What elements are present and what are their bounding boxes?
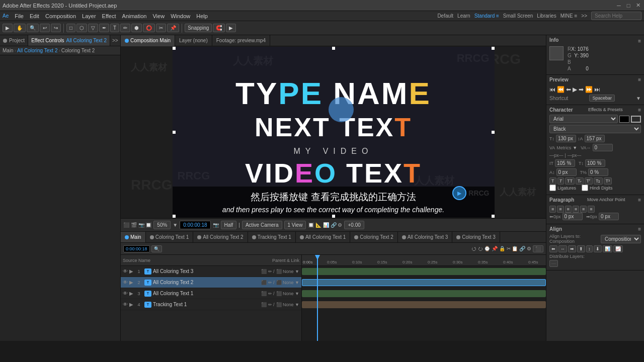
snapping-icon[interactable]: 🧲: [213, 24, 225, 32]
hscale-input[interactable]: [555, 159, 575, 167]
track-bar-4[interactable]: [302, 301, 546, 308]
tool-rotate[interactable]: ↩: [40, 24, 50, 32]
ligatures-check[interactable]: [549, 185, 556, 191]
playhead-handle[interactable]: [315, 255, 320, 260]
bc-main[interactable]: Main: [3, 48, 14, 53]
tl-tab-act1[interactable]: All Coloring Text 1: [296, 232, 350, 243]
tl-tab-act3[interactable]: All Coloring Text 3: [398, 232, 452, 243]
layer-row-1[interactable]: 👁 ▶ 1 T All Coloring Text 3 ⬛ ✏ / ⬛ None…: [121, 266, 301, 277]
prev-first[interactable]: ⏮: [549, 86, 555, 93]
layer-vis-2[interactable]: 👁: [123, 280, 128, 285]
snapping-toggle[interactable]: Snapping: [185, 24, 212, 32]
workspace-standard[interactable]: Standard ≡: [474, 13, 499, 19]
align-right[interactable]: ≡: [565, 206, 572, 213]
align-center[interactable]: ≡: [557, 206, 564, 213]
quality-display[interactable]: Half: [221, 221, 237, 229]
tl-frame-input[interactable]: ⬛: [533, 245, 543, 252]
prev-next-frame[interactable]: ➡: [579, 86, 584, 93]
view-icons[interactable]: 🔲 📐 📊 🔗 ⚙: [308, 222, 342, 228]
layer-vis-1[interactable]: 👁: [123, 268, 128, 274]
font-select[interactable]: Arial: [549, 115, 618, 123]
menu-edit[interactable]: Edit: [30, 13, 39, 19]
preview-icon[interactable]: ▶: [226, 24, 236, 32]
preview-menu[interactable]: ≡: [638, 77, 641, 84]
leading-input[interactable]: [585, 135, 605, 142]
effects-tab[interactable]: Effects & Presets: [588, 107, 623, 115]
layer-vis-4[interactable]: 👁: [123, 302, 128, 307]
menu-file[interactable]: File: [15, 13, 24, 19]
tool-pen[interactable]: ✋: [14, 24, 26, 32]
tl-tab-tt1[interactable]: Tracking Text 1: [248, 232, 296, 243]
vscale-input[interactable]: [585, 159, 605, 167]
tab-project[interactable]: Project: [0, 35, 28, 46]
style-select[interactable]: Black: [549, 125, 641, 133]
char-menu[interactable]: ≡: [638, 107, 641, 115]
tool-text[interactable]: T: [110, 24, 119, 32]
layer-name-2[interactable]: All Coloring Text 2: [153, 280, 260, 285]
layer-expand-2[interactable]: ▶: [129, 280, 133, 285]
camera-display[interactable]: Active Camera: [242, 221, 282, 229]
prev-back[interactable]: ⏪: [557, 86, 565, 93]
menu-layer[interactable]: Layer: [82, 13, 96, 19]
timecode-display[interactable]: 0:00:00:18: [180, 221, 210, 229]
italic-btn[interactable]: T: [557, 177, 565, 185]
tl-tab-act2[interactable]: All Coloring Text 2: [193, 232, 248, 243]
align-just2[interactable]: ≡: [580, 206, 587, 213]
offset-display[interactable]: +0.00: [344, 221, 364, 229]
tool-pen2[interactable]: ✒: [99, 24, 109, 32]
layer-switches-1[interactable]: ⬛ ✏ /: [261, 269, 275, 274]
tl-tab-main[interactable]: Main: [121, 232, 146, 243]
align-btn-8[interactable]: 📈: [613, 245, 623, 252]
align-btn-6[interactable]: ⬇: [594, 245, 602, 252]
tl-icons[interactable]: ⭯ ⭮ ⌚ 📌 🔒 ✂ 📋 🔗 ⚙: [471, 246, 531, 251]
tsume-input[interactable]: [588, 168, 608, 176]
tab-comp-main[interactable]: Composition Main: [121, 35, 175, 46]
tool-select[interactable]: ▶: [3, 24, 13, 32]
tool-rect[interactable]: □: [66, 24, 75, 32]
close-btn[interactable]: ✕: [634, 2, 641, 9]
menu-animation[interactable]: Animation: [122, 13, 147, 19]
align-btn-7[interactable]: 📊: [603, 245, 612, 252]
track-bar-3[interactable]: [302, 290, 546, 297]
tool-puppet[interactable]: 📌: [167, 24, 179, 32]
layer-row-3[interactable]: 👁 ▶ 3 T All Coloring Text 1 ⬛ ✏ / ⬛ None…: [121, 288, 301, 299]
layer-name-4[interactable]: Tracking Text 1: [153, 302, 260, 307]
align-just[interactable]: ≡: [573, 206, 579, 213]
kern-dropdown[interactable]: ▼: [573, 145, 577, 150]
tl-time-display[interactable]: 0:00:00:18: [123, 245, 150, 252]
tf-btn[interactable]: Tᶠ: [585, 177, 593, 185]
layer-switches-2[interactable]: ⬛ ✏ /: [261, 280, 275, 285]
align-btn-3[interactable]: ➡: [568, 245, 576, 252]
prev-prev-frame[interactable]: ⬅: [566, 86, 571, 93]
prev-play[interactable]: ▶: [573, 86, 577, 93]
align-btn-2[interactable]: ↔: [558, 245, 567, 252]
track-bar-1[interactable]: [302, 268, 546, 275]
bold-btn[interactable]: T: [549, 177, 556, 185]
t3-btn[interactable]: T³: [604, 177, 612, 185]
align-layers-select[interactable]: Composition: [601, 235, 641, 243]
layer-expand-3[interactable]: ▶: [129, 291, 133, 296]
align-menu[interactable]: ≡: [638, 226, 641, 234]
bc-all-coloring[interactable]: All Coloring Text 2: [17, 48, 57, 53]
layer-row-2[interactable]: 👁 ▶ 2 T All Coloring Text 2 ⬛ ✏ / ⬛ None…: [121, 277, 301, 288]
menu-view[interactable]: View: [152, 13, 165, 19]
layer-parent-2[interactable]: ⬛ None ▼: [276, 280, 299, 285]
layer-parent-1[interactable]: ⬛ None ▼: [276, 269, 299, 274]
tool-scissors[interactable]: ✂: [156, 24, 166, 32]
indent-input[interactable]: [562, 213, 583, 220]
t2-btn[interactable]: T₂: [594, 177, 603, 185]
workspace-libraries[interactable]: Libraries: [537, 13, 556, 19]
tool-bezier[interactable]: ▽: [88, 24, 98, 32]
tab-footage[interactable]: Footage: preview.mp4: [212, 35, 270, 46]
tab-effect-controls[interactable]: Effect Controls All Coloring Text 2: [28, 35, 110, 46]
workspace-small[interactable]: Small Screen: [503, 13, 533, 19]
maximize-btn[interactable]: □: [625, 2, 632, 9]
workspace-mine[interactable]: MINE ≡: [560, 13, 578, 19]
size-input[interactable]: [556, 135, 576, 142]
align-btn-1[interactable]: ⬅: [549, 245, 557, 252]
menu-effect[interactable]: Effect: [102, 13, 116, 19]
menu-composition[interactable]: Composition: [45, 13, 76, 19]
tab-layer-none[interactable]: Layer (none): [175, 35, 212, 46]
playhead[interactable]: [317, 255, 318, 341]
minimize-btn[interactable]: ─: [615, 2, 622, 9]
